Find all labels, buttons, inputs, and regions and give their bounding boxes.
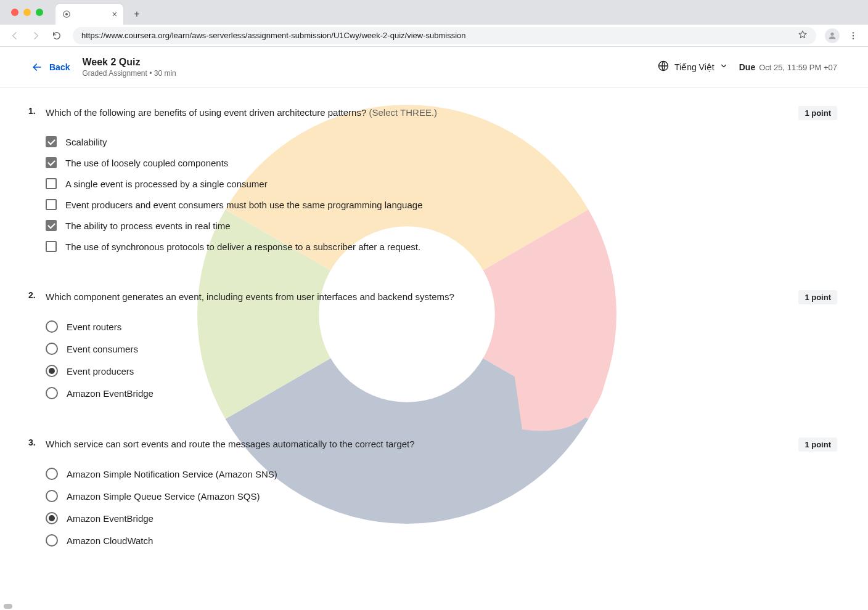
checkbox-icon[interactable] [46, 178, 57, 189]
option-label: Event producers [67, 366, 134, 376]
option-label: Amazon Simple Queue Service (Amazon SQS) [67, 491, 260, 502]
window-close-button[interactable] [11, 9, 18, 16]
window-maximize-button[interactable] [36, 9, 43, 16]
radio-option[interactable]: Amazon EventBridge [46, 507, 837, 529]
option-label: A single event is processed by a single … [65, 179, 268, 189]
header-right: Tiếng Việt DueOct 25, 11:59 PM +07 [657, 60, 837, 74]
svg-point-3 [853, 32, 854, 33]
checkbox-icon[interactable] [46, 157, 57, 168]
question-text: Which service can sort events and route … [46, 437, 786, 452]
due-value: Oct 25, 11:59 PM +07 [759, 63, 837, 72]
svg-point-1 [65, 13, 68, 15]
options-list: Amazon Simple Notification Service (Amaz… [46, 463, 837, 551]
browser-chrome: × + https://www.coursera.org/learn/aws-s… [0, 0, 868, 47]
checkbox-option[interactable]: The use of loosely coupled components [46, 152, 837, 173]
address-bar[interactable]: https://www.coursera.org/learn/aws-serve… [73, 27, 816, 44]
svg-point-5 [853, 38, 854, 39]
option-label: The use of loosely coupled components [65, 158, 228, 168]
checkbox-option[interactable]: Scalability [46, 131, 837, 152]
option-label: Amazon EventBridge [67, 388, 154, 399]
radio-icon[interactable] [46, 490, 58, 502]
checkbox-icon[interactable] [46, 220, 57, 231]
radio-icon[interactable] [46, 468, 58, 480]
radio-icon[interactable] [46, 343, 58, 355]
checkbox-icon[interactable] [46, 241, 57, 252]
tab-strip: × + [0, 0, 868, 25]
page-title: Week 2 Quiz [82, 57, 176, 68]
radio-icon[interactable] [46, 320, 58, 333]
question-number: 1. [28, 106, 46, 257]
nav-forward-button[interactable] [27, 27, 44, 44]
back-link[interactable]: Back [31, 61, 70, 73]
radio-option[interactable]: Amazon Simple Notification Service (Amaz… [46, 463, 837, 485]
back-arrow-icon [31, 61, 43, 73]
nav-reload-button[interactable] [48, 27, 65, 44]
option-label: The ability to process events in real ti… [65, 221, 231, 231]
points-badge: 1 point [798, 290, 837, 304]
due-label: Due [739, 62, 755, 72]
question-body: Which component generates an event, incl… [46, 290, 837, 404]
window-controls [11, 9, 43, 16]
checkbox-option[interactable]: A single event is processed by a single … [46, 173, 837, 194]
due-date: DueOct 25, 11:59 PM +07 [739, 62, 837, 72]
radio-icon[interactable] [46, 512, 58, 524]
browser-toolbar: https://www.coursera.org/learn/aws-serve… [0, 25, 868, 47]
kebab-menu-button[interactable] [845, 27, 862, 44]
question-body: Which service can sort events and route … [46, 437, 837, 551]
question: 2.Which component generates an event, in… [28, 290, 837, 404]
question-number: 2. [28, 290, 46, 404]
option-label: Amazon CloudWatch [67, 535, 153, 546]
new-tab-button[interactable]: + [128, 6, 145, 23]
options-list: ScalabilityThe use of loosely coupled co… [46, 131, 837, 257]
option-label: Event consumers [67, 344, 138, 354]
back-label: Back [49, 62, 70, 72]
question-body: Which of the following are benefits of u… [46, 106, 837, 257]
options-list: Event routersEvent consumersEvent produc… [46, 315, 837, 404]
question-text: Which component generates an event, incl… [46, 290, 786, 304]
page-subtitle: Graded Assignment • 30 min [82, 69, 176, 78]
radio-option[interactable]: Event producers [46, 360, 837, 382]
chevron-down-icon [719, 62, 728, 72]
option-label: Amazon EventBridge [67, 513, 154, 524]
checkbox-option[interactable]: Event producers and event consumers must… [46, 194, 837, 215]
checkbox-option[interactable]: The ability to process events in real ti… [46, 215, 837, 236]
radio-icon[interactable] [46, 365, 58, 377]
window-minimize-button[interactable] [23, 9, 31, 16]
radio-icon[interactable] [46, 534, 58, 547]
tab-favicon [62, 9, 72, 19]
language-selector[interactable]: Tiếng Việt [657, 60, 728, 74]
profile-button[interactable] [824, 27, 841, 44]
option-label: Amazon Simple Notification Service (Amaz… [67, 469, 277, 479]
option-label: Scalability [65, 137, 107, 147]
checkbox-option[interactable]: The use of synchronous protocols to deli… [46, 236, 837, 257]
language-label: Tiếng Việt [674, 62, 714, 72]
svg-point-4 [853, 35, 854, 36]
radio-option[interactable]: Event routers [46, 315, 837, 338]
radio-option[interactable]: Amazon EventBridge [46, 382, 837, 404]
bookmark-star-icon[interactable] [798, 30, 808, 41]
radio-option[interactable]: Event consumers [46, 338, 837, 360]
points-badge: 1 point [798, 437, 837, 452]
radio-option[interactable]: Amazon CloudWatch [46, 529, 837, 551]
nav-back-button[interactable] [6, 27, 23, 44]
question-hint: (Select THREE.) [369, 107, 437, 118]
option-label: Event routers [67, 322, 121, 332]
address-bar-url: https://www.coursera.org/learn/aws-serve… [81, 31, 798, 40]
browser-tab[interactable]: × [55, 4, 123, 25]
title-block: Week 2 Quiz Graded Assignment • 30 min [82, 57, 176, 78]
question-number: 3. [28, 437, 46, 551]
svg-point-2 [830, 32, 833, 35]
checkbox-icon[interactable] [46, 199, 57, 210]
radio-option[interactable]: Amazon Simple Queue Service (Amazon SQS) [46, 485, 837, 507]
quiz-container: 1.Which of the following are benefits of… [0, 87, 868, 610]
question: 1.Which of the following are benefits of… [28, 106, 837, 257]
page-header: Back Week 2 Quiz Graded Assignment • 30 … [0, 47, 868, 87]
option-label: Event producers and event consumers must… [65, 200, 423, 210]
globe-icon [657, 60, 669, 74]
question-text: Which of the following are benefits of u… [46, 106, 786, 120]
radio-icon[interactable] [46, 387, 58, 399]
question: 3.Which service can sort events and rout… [28, 437, 837, 551]
checkbox-icon[interactable] [46, 136, 57, 147]
tab-close-button[interactable]: × [112, 9, 117, 19]
content-area: 1.Which of the following are benefits of… [0, 87, 868, 610]
